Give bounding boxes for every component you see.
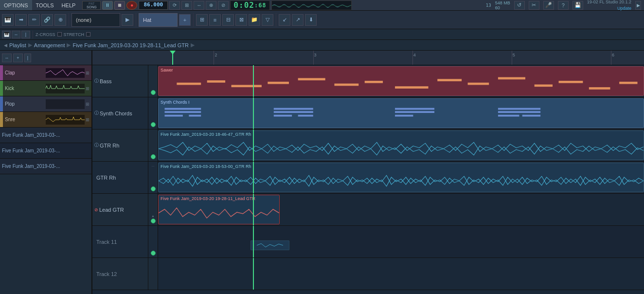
lead-gtr-clip[interactable]: Five Funk Jam_2019-03-20 19-28-11_Lead G… <box>158 195 280 224</box>
mic-icon[interactable]: 🎤 <box>543 1 554 10</box>
record-button[interactable]: ● <box>126 1 137 10</box>
bass-clip[interactable]: Sawer <box>158 66 644 96</box>
zcross-label: Z-CROSS <box>36 32 55 37</box>
save-icon[interactable]: 💾 <box>572 1 583 10</box>
time-frames: 68 <box>258 2 266 9</box>
toolbar2: 🎹 ➡ ✏ 🔗 ⊕ (none) ▶ Hat + ⊞ ≡ ⊟ ⊠ 📁 ▽ ↙ ↗… <box>0 11 644 29</box>
stretch-label: STRETCH <box>64 32 85 37</box>
track-11-small-clip[interactable] <box>250 240 289 250</box>
plop-settings-icon[interactable]: ⊞ <box>86 102 89 107</box>
small-arrow-icon[interactable]: ↔ <box>12 31 20 38</box>
snre-settings-icon[interactable]: ⊞ <box>86 117 89 122</box>
breadcrumb-playlist[interactable]: Playlist <box>9 42 26 48</box>
cut-icon[interactable]: ✂ <box>529 1 539 10</box>
sidebar-track-snre[interactable]: Snre ⊞ <box>0 112 91 128</box>
hat-selector[interactable]: Hat <box>139 13 178 27</box>
pause-button[interactable]: ⏸ <box>102 1 113 10</box>
breadcrumb-arrangement[interactable]: Arrangement <box>34 42 65 48</box>
stretch-checkbox[interactable] <box>86 32 90 37</box>
transport-icon-5[interactable]: ⊘ <box>218 1 229 10</box>
channel-icon[interactable]: ⊟ <box>222 14 234 26</box>
pat-song-toggle[interactable]: PAT SONG <box>82 1 101 10</box>
sidebar-track-plop[interactable]: Plop ⊞ <box>0 96 91 112</box>
track-row-lead-gtr: ⊘ Lead GTR ▲ Five Funk Jam_2019-03-20 19… <box>92 194 644 226</box>
stamp-icon[interactable]: ⊕ <box>54 14 66 26</box>
kick-settings-icon[interactable]: ⊞ <box>86 86 89 91</box>
pencil-small-icon[interactable]: | <box>21 31 30 38</box>
zcross-checkbox[interactable] <box>57 32 62 37</box>
question-icon[interactable]: ? <box>558 1 569 10</box>
song-label: SONG <box>87 5 97 9</box>
track-row-bass: ⓘ Bass Sawer <box>92 65 644 97</box>
record-icon: ● <box>130 2 133 8</box>
file-entry-3[interactable]: Five Funk Jam_2019-03-... <box>0 159 91 174</box>
bass-track-knob[interactable] <box>151 90 156 95</box>
piano-roll-icon[interactable]: ⊠ <box>235 14 247 26</box>
clap-settings-icon[interactable]: ⊞ <box>86 71 89 75</box>
snre-track-name: Snre <box>3 117 46 122</box>
svg-rect-5 <box>334 84 358 86</box>
breadcrumb: ◀ Playlist ▶ Arrangement ▶ Five Funk Jam… <box>0 40 644 51</box>
svg-rect-4 <box>298 78 325 80</box>
file-entry-2[interactable]: Five Funk Jam_2019-03-... <box>0 143 91 159</box>
browser-icon[interactable]: 📁 <box>249 14 260 26</box>
toolbar3: 🎹 ↔ | Z-CROSS STRETCH <box>0 29 644 40</box>
file-2-name: Five Funk Jam_2019-03-... <box>2 148 60 153</box>
export-icon[interactable]: ↗ <box>292 14 304 26</box>
svg-rect-10 <box>498 77 525 80</box>
plugin-icon[interactable]: ↙ <box>279 14 290 26</box>
gtr-rh2-clip[interactable]: Five Funk Jam_2019-03-20 18-53-00_GTR Rh <box>158 163 644 192</box>
sidebar-ctrl-1[interactable]: ↔ <box>2 54 12 62</box>
eq-icon[interactable]: ≡ <box>209 14 221 26</box>
lead-gtr-track-knob[interactable] <box>151 219 156 223</box>
menu-tools[interactable]: TOOLS <box>32 0 58 10</box>
download-icon[interactable]: ⬇ <box>305 14 317 26</box>
arrangement-view: 2 3 4 5 6 <box>92 51 644 294</box>
svg-rect-19 <box>274 108 313 110</box>
link-icon[interactable]: 🔗 <box>41 14 53 26</box>
svg-rect-7 <box>395 86 429 89</box>
breadcrumb-sep1: ▶ <box>28 42 32 48</box>
svg-rect-26 <box>498 108 540 110</box>
gtr-rh1-track-knob[interactable] <box>151 154 156 159</box>
track-11-knob[interactable] <box>151 251 156 256</box>
update-link[interactable]: Update <box>617 6 631 11</box>
next-icon[interactable]: ▶ <box>635 1 641 10</box>
stop-icon: ⏹ <box>117 2 122 8</box>
mixer-icon[interactable]: ⊞ <box>196 14 208 26</box>
file-entry-1[interactable]: Five Funk Jam_2019-03-... <box>0 128 91 143</box>
transport-icon-3[interactable]: ↔ <box>194 1 204 10</box>
file-1-name: Five Funk Jam_2019-03-... <box>2 132 60 138</box>
small-piano-icon[interactable]: 🎹 <box>2 31 11 38</box>
gtr-rh2-clip-label: Five Funk Jam_2019-03-20 18-53-00_GTR Rh <box>161 164 251 169</box>
sidebar-track-kick[interactable]: Kick ⊞ <box>0 81 91 96</box>
bpm-display[interactable]: 86.000 <box>139 1 168 10</box>
transport-icon-4[interactable]: ⊕ <box>206 1 216 10</box>
lead-gtr-clip-label: Five Funk Jam_2019-03-20 19-28-11_Lead G… <box>161 196 255 201</box>
transport-icon-1[interactable]: ⟳ <box>169 1 180 10</box>
synth-clip[interactable]: Synth Chords I <box>158 98 644 128</box>
gtr-rh1-clip[interactable]: Five Funk Jam_2019-03-20 18-46-47_GTR Rh <box>158 130 644 160</box>
funnel-icon[interactable]: ▽ <box>262 14 273 26</box>
gtr-rh2-track-knob[interactable] <box>151 186 156 191</box>
menu-help[interactable]: HELP <box>58 0 80 10</box>
pattern-play-btn[interactable]: ▶ <box>122 14 133 26</box>
hat-add-btn[interactable]: + <box>179 14 191 26</box>
piano-icon[interactable]: 🎹 <box>2 14 14 26</box>
pen-icon[interactable]: ✏ <box>28 14 40 26</box>
stop-button[interactable]: ⏹ <box>114 1 125 10</box>
pat-label: PAT <box>89 2 95 5</box>
menu-options[interactable]: OPTIONS <box>0 0 32 10</box>
transport-icon-2[interactable]: ⊞ <box>181 1 192 10</box>
nav-back-icon[interactable]: ◀ <box>4 43 7 48</box>
arrow-icon[interactable]: ➡ <box>15 14 27 26</box>
synth-track-knob[interactable] <box>151 122 156 127</box>
sidebar-ctrl-2[interactable]: + <box>13 54 23 62</box>
refresh-icon[interactable]: ↺ <box>514 1 525 10</box>
svg-rect-29 <box>522 115 540 117</box>
sidebar-track-clap[interactable]: Clap ⊞ <box>0 65 91 81</box>
svg-rect-3 <box>268 82 289 84</box>
sidebar-ctrl-3[interactable]: | <box>24 54 31 62</box>
pattern-selector[interactable]: (none) <box>72 13 120 27</box>
gtr-rh1-clip-label: Five Funk Jam_2019-03-20 18-46-47_GTR Rh <box>161 132 251 137</box>
